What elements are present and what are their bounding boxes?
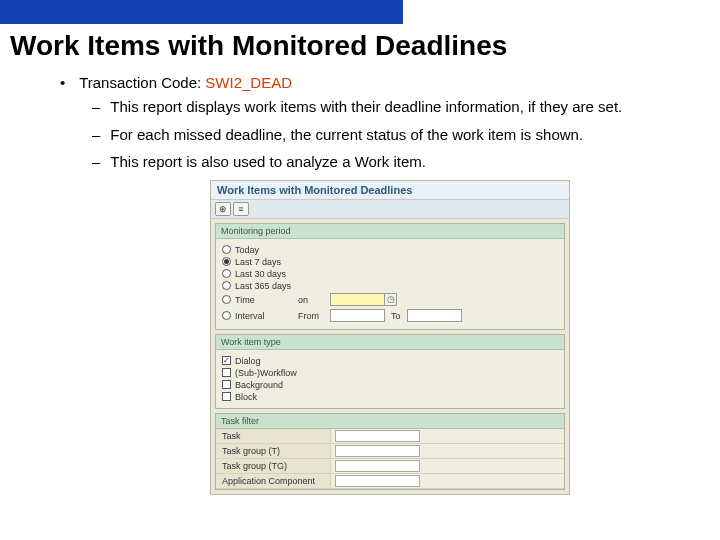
work-item-type-section: Work item type ✓Dialog (Sub-)Workflow Ba… [215, 334, 565, 409]
filter-label: Task group (TG) [216, 459, 331, 473]
to-label: To [391, 311, 401, 321]
radio-last365[interactable]: Last 365 days [222, 281, 558, 291]
value-help-icon[interactable]: ◷ [385, 293, 397, 306]
tcode-label: Transaction Code: [79, 74, 205, 91]
page-title: Work Items with Monitored Deadlines [10, 30, 720, 62]
task-group-t-input[interactable] [335, 445, 420, 457]
radio-label: Last 365 days [235, 281, 291, 291]
filter-label: Task group (T) [216, 444, 331, 458]
radio-today[interactable]: Today [222, 245, 558, 255]
tcode-line: Transaction Code: SWI2_DEAD [60, 74, 720, 91]
time-on-input[interactable] [330, 293, 385, 306]
filter-label: Task [216, 429, 331, 443]
checkbox-label: Block [235, 392, 257, 402]
radio-time-row: Time on ◷ [222, 293, 558, 307]
radio-icon [222, 281, 231, 290]
radio-label: Today [235, 245, 259, 255]
radio-icon [222, 311, 231, 320]
section-header: Work item type [216, 335, 564, 350]
checkbox-subworkflow[interactable]: (Sub-)Workflow [222, 368, 558, 378]
task-group-tg-input[interactable] [335, 460, 420, 472]
from-label: From [298, 311, 324, 321]
tcode-value: SWI2_DEAD [205, 74, 292, 91]
task-filter-section: Task filter Task Task group (T) Task gro… [215, 413, 565, 490]
task-input[interactable] [335, 430, 420, 442]
content-area: Transaction Code: SWI2_DEAD This report … [60, 74, 720, 495]
section-body: Task Task group (T) Task group (TG) Appl… [216, 429, 564, 489]
radio-icon [222, 295, 231, 304]
section-body: ✓Dialog (Sub-)Workflow Background Block [216, 350, 564, 408]
radio-label: Last 30 days [235, 269, 286, 279]
checkbox-label: Background [235, 380, 283, 390]
checkbox-icon [222, 392, 231, 401]
checkbox-dialog[interactable]: ✓Dialog [222, 356, 558, 366]
radio-interval-row: Interval From To [222, 309, 558, 323]
checkbox-icon [222, 380, 231, 389]
checkbox-background[interactable]: Background [222, 380, 558, 390]
radio-icon [222, 269, 231, 278]
checkbox-icon: ✓ [222, 356, 231, 365]
filter-label: Application Component [216, 474, 331, 488]
radio-icon [222, 257, 231, 266]
sap-toolbar: ⊕ ≡ [211, 200, 569, 219]
checkbox-block[interactable]: Block [222, 392, 558, 402]
radio-last7[interactable]: Last 7 days [222, 257, 558, 267]
list-item: For each missed deadline, the current st… [92, 125, 652, 145]
filter-row-task: Task [216, 429, 564, 444]
monitoring-period-section: Monitoring period Today Last 7 days Last… [215, 223, 565, 330]
interval-from-input[interactable] [330, 309, 385, 322]
sap-window-title: Work Items with Monitored Deadlines [211, 181, 569, 200]
filter-row-tg-t: Task group (T) [216, 444, 564, 459]
sap-screenshot: Work Items with Monitored Deadlines ⊕ ≡ … [210, 180, 570, 495]
section-header: Task filter [216, 414, 564, 429]
variant-icon[interactable]: ≡ [233, 202, 249, 216]
top-blue-bar [0, 0, 403, 24]
list-item: This report is also used to analyze a Wo… [92, 152, 652, 172]
filter-row-tg-tg: Task group (TG) [216, 459, 564, 474]
section-body: Today Last 7 days Last 30 days Last 365 … [216, 239, 564, 329]
description-list: This report displays work items with the… [92, 97, 652, 172]
list-item: This report displays work items with the… [92, 97, 652, 117]
checkbox-icon [222, 368, 231, 377]
section-header: Monitoring period [216, 224, 564, 239]
interval-to-input[interactable] [407, 309, 462, 322]
radio-icon [222, 245, 231, 254]
radio-last30[interactable]: Last 30 days [222, 269, 558, 279]
execute-icon[interactable]: ⊕ [215, 202, 231, 216]
checkbox-label: Dialog [235, 356, 261, 366]
on-label: on [298, 295, 324, 305]
checkbox-label: (Sub-)Workflow [235, 368, 297, 378]
radio-label: Time [235, 295, 255, 305]
radio-time[interactable]: Time [222, 295, 292, 305]
app-component-input[interactable] [335, 475, 420, 487]
radio-label: Last 7 days [235, 257, 281, 267]
filter-row-appcomp: Application Component [216, 474, 564, 489]
radio-interval[interactable]: Interval [222, 311, 292, 321]
radio-label: Interval [235, 311, 265, 321]
